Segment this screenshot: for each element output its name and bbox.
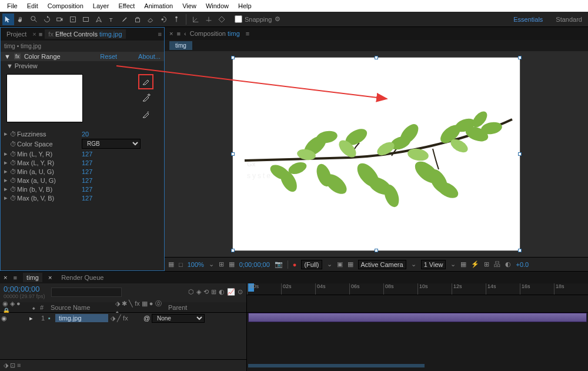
visibility-icon[interactable]: ◉ xyxy=(0,315,8,322)
fast-preview-icon[interactable]: ⚡ xyxy=(471,260,479,268)
panel-close-icon[interactable]: × xyxy=(169,30,173,37)
param-maxbvb-value[interactable]: 127 xyxy=(82,195,92,202)
layer-row[interactable]: ◉ ▸ 1 ▪ timg.jpg ⬗ ╱ fx @ None xyxy=(0,313,246,323)
rotate-tool[interactable] xyxy=(41,14,53,25)
pixel-aspect-icon[interactable]: ▦ xyxy=(460,260,466,268)
stopwatch-icon[interactable]: ⏱ xyxy=(10,131,17,138)
snapshot-icon[interactable]: 📷 xyxy=(275,260,283,268)
text-tool[interactable]: T xyxy=(106,14,118,25)
channel-icon[interactable]: ● xyxy=(293,261,297,268)
zoom-tool[interactable] xyxy=(28,14,40,25)
resolution-select[interactable]: (Full) xyxy=(301,260,322,269)
expand-icon[interactable]: ▸ xyxy=(4,130,10,138)
menu-layer[interactable]: Layer xyxy=(88,1,114,11)
local-axis-icon[interactable] xyxy=(190,14,202,25)
composition-canvas[interactable] xyxy=(232,57,520,251)
eyedropper-add-icon[interactable]: + xyxy=(139,92,152,105)
layer-name[interactable]: timg.jpg xyxy=(55,314,108,322)
menu-help[interactable]: Help xyxy=(233,1,256,11)
alpha-icon[interactable]: ▦ xyxy=(168,260,174,268)
puppet-tool[interactable] xyxy=(171,14,182,25)
panel-menu-icon[interactable]: ≡ xyxy=(158,31,162,38)
parent-select[interactable]: None xyxy=(152,314,205,323)
param-minaug-value[interactable]: 127 xyxy=(82,168,92,175)
timeline-icon[interactable]: ⊞ xyxy=(484,260,489,268)
snapping-checkbox[interactable] xyxy=(235,15,242,23)
flowchart-icon[interactable]: 品 xyxy=(494,260,500,269)
track-area[interactable] xyxy=(247,302,588,371)
composition-tab[interactable]: Composition timg xyxy=(190,30,240,37)
expand-icon[interactable]: ▸ xyxy=(4,176,10,184)
stopwatch-icon[interactable]: ⏱ xyxy=(10,151,17,158)
pen-tool[interactable] xyxy=(93,14,105,25)
layer-search-input[interactable] xyxy=(51,288,122,297)
project-tab[interactable]: Project xyxy=(3,29,30,39)
world-axis-icon[interactable] xyxy=(203,14,215,25)
stopwatch-icon[interactable]: ⏱ xyxy=(10,195,17,202)
grid-icon[interactable]: ▦ xyxy=(229,260,235,268)
clone-tool[interactable] xyxy=(132,14,143,25)
workspace-essentials[interactable]: Essentials xyxy=(510,15,546,24)
effect-about-link[interactable]: About... xyxy=(138,53,161,60)
expand-icon[interactable]: ▸ xyxy=(4,150,10,158)
stopwatch-icon[interactable]: ⏱ xyxy=(10,159,17,166)
eraser-tool[interactable] xyxy=(145,14,156,25)
exposure-value[interactable]: +0.0 xyxy=(516,261,529,268)
eyedropper-key-color-icon[interactable] xyxy=(139,75,152,88)
eyedropper-subtract-icon[interactable]: - xyxy=(139,108,152,121)
roto-tool[interactable] xyxy=(158,14,169,25)
draft3d-icon[interactable]: ◈ xyxy=(196,288,201,296)
panel-close-icon[interactable]: × xyxy=(4,274,7,281)
stopwatch-icon[interactable]: ⏱ xyxy=(10,141,17,148)
safe-zones-icon[interactable]: ⊞ xyxy=(219,260,224,268)
comp-mini-flowchart-icon[interactable]: ⬡ xyxy=(188,288,194,296)
camera-tool[interactable] xyxy=(54,14,66,25)
timeline-tab-comp[interactable]: timg xyxy=(23,273,42,282)
effect-toggle-arrow-icon[interactable]: ▼ xyxy=(4,53,11,60)
param-maxlyr-value[interactable]: 127 xyxy=(82,159,92,166)
panel-menu-icon[interactable]: ≡ xyxy=(246,30,249,37)
comp-back-icon[interactable]: ‹ xyxy=(184,30,186,37)
expand-icon[interactable]: ▸ xyxy=(4,159,10,166)
hand-tool[interactable] xyxy=(15,14,27,25)
project-tab-close-icon[interactable]: × xyxy=(32,31,36,38)
menu-file[interactable]: File xyxy=(2,1,22,11)
param-colorspace-select[interactable]: RGB xyxy=(82,139,141,149)
menu-window[interactable]: Window xyxy=(201,1,233,11)
viewport[interactable] xyxy=(165,51,588,257)
transform-handle[interactable] xyxy=(518,56,522,59)
menu-edit[interactable]: Edit xyxy=(22,1,43,11)
param-maxaug-value[interactable]: 127 xyxy=(82,177,92,184)
menu-composition[interactable]: Composition xyxy=(43,1,88,11)
effect-reset-link[interactable]: Reset xyxy=(100,53,117,60)
selection-tool[interactable] xyxy=(2,14,14,25)
timeline-tab-render[interactable]: Render Queue xyxy=(58,273,107,282)
view-select[interactable]: 1 View xyxy=(421,260,446,269)
effect-name[interactable]: Color Range xyxy=(24,53,61,60)
menu-view[interactable]: View xyxy=(178,1,201,11)
workspace-standard[interactable]: Standard xyxy=(552,15,586,24)
region-icon[interactable]: ▣ xyxy=(337,260,343,268)
stopwatch-icon[interactable]: ⏱ xyxy=(10,177,17,184)
transform-handle[interactable] xyxy=(518,249,522,252)
brush-tool[interactable] xyxy=(119,14,131,25)
motion-blur-icon[interactable]: ◐ xyxy=(219,288,225,296)
expand-icon[interactable]: ▸ xyxy=(29,315,38,322)
preview-toggle-arrow-icon[interactable]: ▼ xyxy=(6,62,13,69)
layer-duration-bar[interactable] xyxy=(248,313,587,322)
param-minbvb-value[interactable]: 127 xyxy=(82,186,92,193)
param-minlyr-value[interactable]: 127 xyxy=(82,151,92,158)
expand-icon[interactable]: ▸ xyxy=(4,194,10,202)
transform-handle[interactable] xyxy=(518,152,522,156)
rectangle-tool[interactable] xyxy=(80,14,92,25)
comp-subtab[interactable]: timg xyxy=(169,41,192,51)
param-fuzziness-value[interactable]: 20 xyxy=(82,131,89,138)
anchor-tool[interactable] xyxy=(67,14,79,25)
fx-badge-icon[interactable]: fx xyxy=(14,54,21,59)
current-timecode[interactable]: 0;00;00;00 xyxy=(4,285,45,293)
camera-select[interactable]: Active Camera xyxy=(358,260,406,269)
stopwatch-icon[interactable]: ⏱ xyxy=(10,168,17,175)
transform-handle[interactable] xyxy=(231,152,235,156)
frame-blend-icon[interactable]: ⊞ xyxy=(211,288,216,296)
exposure-reset-icon[interactable]: ◐ xyxy=(505,260,511,268)
